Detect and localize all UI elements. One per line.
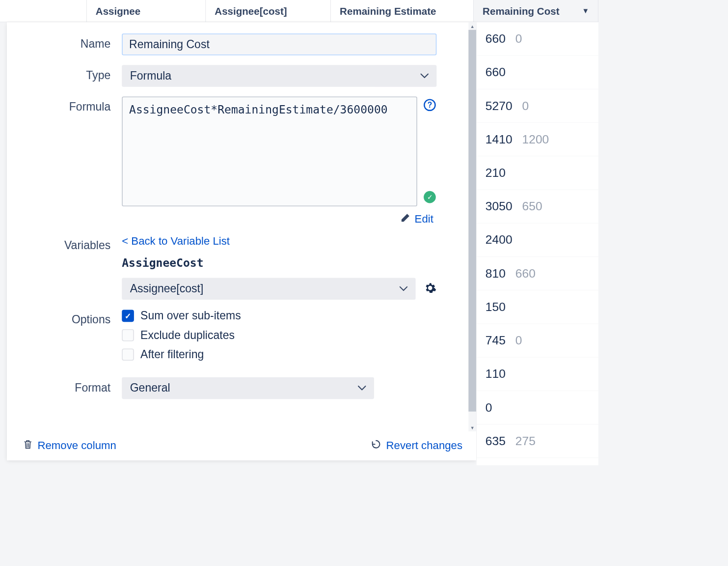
exclude-duplicates-label: Exclude duplicates xyxy=(140,329,235,341)
variable-mapping-value: Assignee[cost] xyxy=(130,283,204,295)
variable-name: AssigneeCost xyxy=(122,256,436,270)
data-cell[interactable]: 3050650 xyxy=(477,190,598,223)
data-cell[interactable]: 635275 xyxy=(477,424,598,458)
sum-over-subitems-checkbox[interactable] xyxy=(122,310,134,322)
gear-icon[interactable] xyxy=(424,282,436,296)
revert-changes-link[interactable]: Revert changes xyxy=(371,439,462,453)
pencil-icon xyxy=(401,213,411,225)
primary-value: 150 xyxy=(485,300,506,314)
formula-label: Formula xyxy=(23,96,122,225)
data-cell[interactable]: 52700 xyxy=(477,89,598,123)
row-header-spacer xyxy=(0,0,87,22)
primary-value: 3050 xyxy=(485,199,512,213)
variables-label: Variables xyxy=(23,235,122,300)
remaining-cost-column: 6600660527001410120021030506502400810660… xyxy=(477,22,598,465)
column-header-remaining-cost[interactable]: Remaining Cost ▼ xyxy=(474,0,598,22)
primary-value: 745 xyxy=(485,334,506,347)
data-cell[interactable]: 210 xyxy=(477,156,598,190)
data-cell[interactable]: 810660 xyxy=(477,257,598,290)
secondary-value: 0 xyxy=(522,99,529,113)
variable-mapping-select[interactable]: Assignee[cost] xyxy=(122,278,415,300)
exclude-duplicates-checkbox[interactable] xyxy=(122,329,134,341)
type-select-value: Formula xyxy=(130,69,171,82)
primary-value: 660 xyxy=(485,65,506,79)
scroll-thumb[interactable] xyxy=(468,30,476,412)
after-filtering-label: After filtering xyxy=(140,348,204,361)
dropdown-icon: ▼ xyxy=(582,7,589,15)
secondary-value: 650 xyxy=(522,199,542,213)
format-label: Format xyxy=(23,377,122,399)
secondary-value: 660 xyxy=(515,267,536,281)
edit-label: Edit xyxy=(415,213,433,225)
scroll-down-icon[interactable]: ▼ xyxy=(468,424,476,431)
data-cell[interactable]: 6600 xyxy=(477,22,598,56)
data-cell[interactable]: 0 xyxy=(477,391,598,424)
primary-value: 660 xyxy=(485,32,506,46)
type-select[interactable]: Formula xyxy=(122,65,436,86)
data-cell[interactable]: 14101200 xyxy=(477,123,598,156)
help-icon[interactable]: ? xyxy=(424,99,436,111)
data-cell[interactable]: 660 xyxy=(477,56,598,89)
name-label: Name xyxy=(23,33,122,55)
panel-footer: Remove column Revert changes xyxy=(7,431,476,460)
data-cell[interactable]: 150 xyxy=(477,290,598,324)
revert-icon xyxy=(371,439,381,453)
formula-input[interactable] xyxy=(122,96,417,206)
after-filtering-checkbox[interactable] xyxy=(122,348,134,361)
chevron-down-icon xyxy=(358,386,366,391)
scrollbar[interactable]: ▲ ▼ xyxy=(468,22,476,431)
data-cell[interactable]: 7450 xyxy=(477,324,598,357)
data-cell[interactable]: 2400 xyxy=(477,224,598,257)
column-headers: Assignee Assignee[cost] Remaining Estima… xyxy=(0,0,598,22)
secondary-value: 1200 xyxy=(522,133,549,146)
remove-column-label: Remove column xyxy=(37,439,116,452)
column-config-panel: ▲ ▼ Name Type Formula xyxy=(7,22,476,460)
primary-value: 635 xyxy=(485,434,506,448)
column-header-assignee-cost[interactable]: Assignee[cost] xyxy=(206,0,331,22)
primary-value: 5270 xyxy=(485,99,512,113)
format-select[interactable]: General xyxy=(122,377,374,399)
remove-column-link[interactable]: Remove column xyxy=(23,439,116,453)
data-cell[interactable]: 110 xyxy=(477,357,598,391)
chevron-down-icon xyxy=(400,286,407,291)
valid-check-icon: ✓ xyxy=(424,191,436,203)
primary-value: 110 xyxy=(485,367,506,381)
edit-formula-link[interactable]: Edit xyxy=(122,213,436,225)
options-label: Options xyxy=(23,310,122,368)
column-header-remaining-estimate[interactable]: Remaining Estimate xyxy=(331,0,474,22)
primary-value: 2400 xyxy=(485,233,512,247)
trash-icon xyxy=(23,439,33,453)
primary-value: 210 xyxy=(485,166,506,180)
sum-over-subitems-label: Sum over sub-items xyxy=(140,310,241,322)
revert-changes-label: Revert changes xyxy=(386,439,462,452)
back-to-variables-link[interactable]: < Back to Variable List xyxy=(122,235,230,247)
secondary-value: 275 xyxy=(515,434,536,448)
secondary-value: 0 xyxy=(515,32,522,46)
scroll-up-icon[interactable]: ▲ xyxy=(468,22,476,30)
column-header-assignee[interactable]: Assignee xyxy=(87,0,206,22)
name-input[interactable] xyxy=(122,33,436,55)
primary-value: 810 xyxy=(485,267,506,281)
chevron-down-icon xyxy=(421,74,429,79)
secondary-value: 0 xyxy=(515,334,522,347)
primary-value: 0 xyxy=(485,400,492,414)
format-select-value: General xyxy=(130,382,170,395)
primary-value: 1410 xyxy=(485,133,512,146)
type-label: Type xyxy=(23,65,122,86)
column-header-label: Remaining Cost xyxy=(483,5,559,17)
